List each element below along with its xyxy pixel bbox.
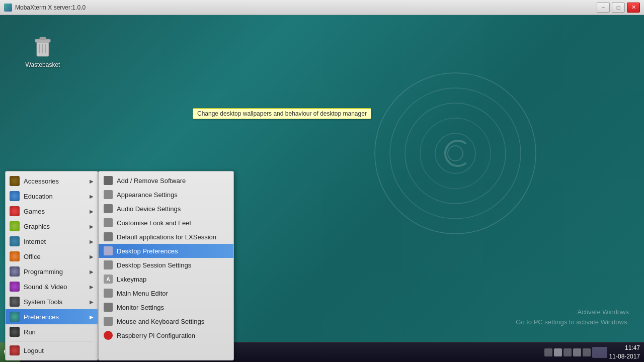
menu-item-logout[interactable]: Logout (6, 343, 98, 358)
app-icon (4, 4, 12, 12)
sound-video-arrow: ▶ (90, 284, 94, 290)
mouse-keyboard-icon (104, 317, 113, 326)
preferences-submenu: Add / Remove Software Appearance Setting… (98, 171, 234, 360)
graphics-label: Graphics (24, 223, 86, 230)
menu-item-programming[interactable]: Programming ▶ (6, 264, 98, 279)
monitor-settings-icon (104, 303, 113, 312)
games-arrow: ▶ (90, 209, 94, 214)
audio-device-label: Audio Device Settings (117, 205, 181, 213)
tray-icon-5[interactable] (583, 348, 591, 356)
system-tray (544, 347, 607, 358)
taskbar-right: 11:47 11-08-2017 (540, 342, 644, 362)
sound-video-icon (10, 282, 20, 292)
submenu-appearance-settings[interactable]: Appearance Settings (99, 188, 233, 202)
tray-icon-3[interactable] (564, 348, 572, 356)
title-bar: MobaXterm X server:1.0.0 − □ ✕ (0, 0, 644, 15)
tray-input-icon[interactable] (592, 347, 607, 358)
lxkeymap-icon: A (104, 275, 113, 284)
submenu-customise-look-feel[interactable]: Customise Look and Feel (99, 216, 233, 230)
audio-device-icon (104, 204, 113, 213)
games-label: Games (24, 208, 86, 215)
graphics-icon (10, 221, 20, 231)
menu-item-education[interactable]: Education ▶ (6, 189, 98, 204)
submenu-desktop-session-settings[interactable]: Desktop Session Settings (99, 258, 233, 272)
wastebasket-icon[interactable]: Wastebasket (25, 35, 60, 69)
main-menu-editor-icon (104, 289, 113, 298)
svg-rect-8 (40, 37, 46, 40)
submenu-lxkeymap[interactable]: A Lxkeymap (99, 272, 233, 286)
office-label: Office (24, 253, 86, 260)
wastebasket-label: Wastebasket (26, 61, 60, 69)
menu-item-games[interactable]: Games ▶ (6, 204, 98, 219)
tooltip-text: Change desktop wallpapers and behaviour … (197, 110, 367, 117)
default-apps-label: Default applications for LXSession (117, 233, 216, 241)
menu-item-office[interactable]: Office ▶ (6, 249, 98, 264)
menu-item-preferences[interactable]: Preferences ▶ (6, 309, 98, 324)
education-label: Education (24, 193, 86, 200)
add-remove-software-icon (104, 176, 113, 185)
accessories-arrow: ▶ (90, 178, 94, 184)
svg-point-5 (448, 146, 463, 161)
svg-point-0 (375, 73, 536, 234)
desktop-decoration (367, 65, 543, 241)
system-clock: 11:47 11-08-2017 (609, 344, 640, 361)
submenu-mouse-keyboard-settings[interactable]: Mouse and Keyboard Settings (99, 314, 233, 328)
system-tools-icon (10, 297, 20, 307)
submenu-monitor-settings[interactable]: Monitor Settings (99, 300, 233, 314)
programming-arrow: ▶ (90, 269, 94, 275)
menu-item-system-tools[interactable]: System Tools ▶ (6, 294, 98, 309)
add-remove-software-label: Add / Remove Software (117, 177, 186, 185)
preferences-icon (10, 312, 20, 322)
context-menu-container: Accessories ▶ Education ▶ Games ▶ Graphi… (5, 171, 234, 360)
submenu-add-remove-software[interactable]: Add / Remove Software (99, 173, 233, 188)
svg-point-4 (435, 133, 475, 173)
menu-item-sound-video[interactable]: Sound & Video ▶ (6, 279, 98, 294)
desktop-prefs-icon (104, 246, 113, 255)
appearance-settings-icon (104, 190, 113, 199)
desktop-prefs-label: Desktop Preferences (117, 247, 178, 255)
menu-item-run[interactable]: Run (6, 324, 98, 339)
main-menu: Accessories ▶ Education ▶ Games ▶ Graphi… (5, 171, 98, 360)
submenu-audio-device-settings[interactable]: Audio Device Settings (99, 202, 233, 216)
clock-date: 11-08-2017 (609, 352, 640, 361)
lxkeymap-label: Lxkeymap (117, 276, 146, 283)
customise-look-label: Customise Look and Feel (117, 219, 191, 227)
default-apps-icon (104, 232, 113, 241)
raspberry-pi-icon (104, 331, 113, 340)
svg-point-1 (390, 88, 521, 219)
menu-item-graphics[interactable]: Graphics ▶ (6, 219, 98, 234)
minimize-button[interactable]: − (597, 3, 610, 13)
programming-label: Programming (24, 268, 86, 276)
internet-arrow: ▶ (90, 239, 94, 244)
appearance-settings-label: Appearance Settings (117, 191, 178, 199)
maximize-button[interactable]: □ (612, 3, 625, 13)
education-icon (10, 191, 20, 201)
submenu-default-applications[interactable]: Default applications for LXSession (99, 230, 233, 244)
close-button[interactable]: ✕ (627, 3, 640, 13)
sound-video-label: Sound & Video (24, 283, 86, 291)
submenu-main-menu-editor[interactable]: Main Menu Editor (99, 286, 233, 300)
desktop-session-icon (104, 260, 113, 269)
education-arrow: ▶ (90, 194, 94, 199)
tray-icon-2[interactable] (554, 348, 562, 356)
desktop[interactable]: Wastebasket Accessories ▶ Education ▶ Ga… (0, 15, 644, 362)
menu-item-internet[interactable]: Internet ▶ (6, 234, 98, 249)
internet-label: Internet (24, 238, 86, 245)
logout-icon (10, 345, 20, 355)
games-icon (10, 206, 20, 216)
activate-windows-watermark: Activate Windows Go to PC settings to ac… (516, 307, 629, 327)
tray-icon-4[interactable] (573, 348, 581, 356)
preferences-label: Preferences (24, 313, 86, 321)
window-title: MobaXterm X server:1.0.0 (15, 4, 86, 11)
office-arrow: ▶ (90, 254, 94, 259)
system-tools-label: System Tools (24, 298, 86, 306)
office-icon (10, 251, 20, 261)
clock-time: 11:47 (609, 344, 640, 352)
window-controls: − □ ✕ (597, 3, 640, 13)
logout-label: Logout (24, 347, 94, 354)
menu-item-accessories[interactable]: Accessories ▶ (6, 173, 98, 189)
submenu-desktop-preferences[interactable]: Desktop Preferences (99, 244, 233, 258)
tray-icon-1[interactable] (544, 348, 552, 356)
mouse-keyboard-label: Mouse and Keyboard Settings (117, 318, 204, 325)
submenu-raspberry-pi-config[interactable]: Raspberry Pi Configuration (99, 328, 233, 342)
